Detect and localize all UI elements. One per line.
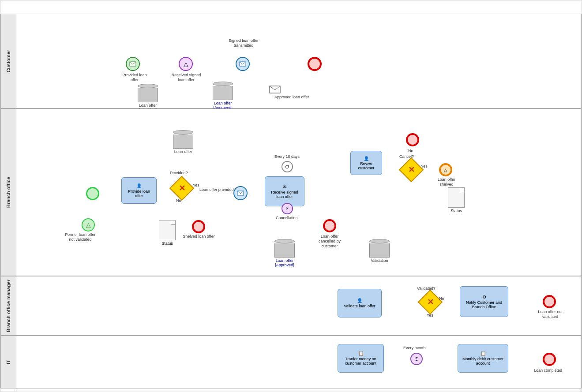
- loan-offer-approved-bank: Loan offer [Approved]: [274, 239, 300, 267]
- customer-end-event[interactable]: [308, 57, 322, 71]
- provided-loan-offer-event[interactable]: [126, 57, 140, 71]
- loan-offer-cancelled-event[interactable]: [323, 219, 336, 232]
- revive-customer-task[interactable]: 👤 Revive customer: [350, 151, 382, 175]
- provided-gateway[interactable]: ✕: [173, 179, 191, 197]
- validated-gateway[interactable]: ✕: [421, 293, 439, 311]
- branch-start-event[interactable]: [86, 187, 99, 200]
- provided-loan-offer-label: Provided loan offer: [121, 73, 148, 82]
- loan-offer-shelved-event[interactable]: △: [439, 163, 452, 176]
- cancel-end-event-no[interactable]: [406, 133, 419, 146]
- loan-offer-shelved-label: Loan offer shelved: [433, 177, 460, 187]
- shelved-loan-end[interactable]: [192, 220, 205, 233]
- lane-it-content: 📋 Tranfer money on customer account ⏱ Ev…: [16, 336, 581, 388]
- lane-it-label: IT: [1, 336, 16, 388]
- every-month-timer[interactable]: ⏱: [410, 353, 423, 365]
- status-doc-1: Status: [448, 187, 465, 213]
- approved-loan-offer-msg: [269, 86, 281, 95]
- signed-transmitted-event[interactable]: [236, 57, 250, 71]
- validated-q-label: Validated?: [417, 286, 436, 291]
- loan-offer-cylinder: Loan offer: [173, 130, 193, 154]
- no-label-1: No: [176, 198, 181, 203]
- former-loan-offer-event[interactable]: △: [82, 218, 95, 231]
- validation-cylinder: Validation: [369, 239, 390, 263]
- every-10-days-label: Every 10 days: [274, 154, 300, 159]
- no-label-3: No: [439, 296, 444, 301]
- status-doc-2: Status: [159, 220, 176, 246]
- lane-it: IT 📋 Tranfer money on customer account ⏱…: [0, 336, 582, 388]
- cancel-gateway[interactable]: ✕: [402, 161, 420, 179]
- loan-offer-approved-cust-cylinder: Loan offer [Approved]: [213, 82, 238, 110]
- validate-loan-offer-task[interactable]: 👤 Validate loan offer: [338, 289, 382, 317]
- diagram-container: Customer Provided loan offer △ Received …: [0, 0, 582, 392]
- yes-label-1: Yes: [193, 183, 199, 187]
- every-month-label: Every month: [403, 346, 426, 350]
- loan-offer-provided-msg-label: Loan offer provided: [199, 187, 233, 192]
- lane-branch-office-content: △ Former loan offer not validated Loan o…: [16, 109, 581, 276]
- lane-customer-label: Customer: [1, 14, 16, 108]
- loan-offer-cancelled-label: Loan offer cancelled by customer: [312, 234, 347, 248]
- loan-completed-end[interactable]: [543, 353, 556, 366]
- notify-customer-task[interactable]: ⚙ Notify Customer and Branch Office: [460, 286, 508, 317]
- shelved-loan-offer-label: Shelved loan offer: [182, 234, 215, 239]
- receive-signed-task[interactable]: ✉ Receive signed loan offer: [265, 176, 304, 206]
- former-loan-offer-label: Former loan offer not validated: [63, 232, 98, 242]
- yes-label-2: Yes: [421, 164, 428, 168]
- monthly-debit-task[interactable]: 📋 Monthly debit customer account: [458, 344, 508, 373]
- approved-loan-offer-label: Approved loan offer: [274, 95, 309, 99]
- lane-customer-content: Provided loan offer △ Received signed lo…: [16, 14, 581, 108]
- lane-branch-manager-content: 👤 Validate loan offer ✕ Validated? No Ye…: [16, 276, 581, 335]
- received-signed-label: Received signed loan offer: [171, 73, 202, 82]
- loan-completed-label: Loan completed: [534, 368, 562, 373]
- transfer-money-task[interactable]: 📋 Tranfer money on customer account: [338, 344, 384, 373]
- lane-customer: Customer Provided loan offer △ Received …: [0, 14, 582, 108]
- timer-10-days-event[interactable]: ⏱: [282, 161, 293, 172]
- cancellation-event[interactable]: ✕: [282, 203, 293, 214]
- lane-branch-manager-label: Branch office manager: [1, 276, 16, 335]
- lane-branch-office: Branch office △ Former loan offer not va…: [0, 108, 582, 276]
- loan-not-validated-end[interactable]: [543, 295, 556, 308]
- lane-branch-office-label: Branch office: [1, 109, 16, 276]
- loan-offer-provided-msg-event[interactable]: [233, 186, 248, 200]
- lane-branch-manager: Branch office manager 👤 Validate loan of…: [0, 276, 582, 336]
- signed-transmitted-label: Signed loan offer transmitted: [228, 38, 259, 48]
- received-signed-event[interactable]: △: [179, 57, 193, 71]
- yes-label-3: Yes: [427, 313, 433, 317]
- no-label-2: No: [408, 149, 413, 153]
- loan-offer-provided-cylinder: Loan offer [Provided]: [138, 84, 163, 112]
- provided-q-label: Provided?: [170, 171, 188, 175]
- cancellation-label: Cancellation: [276, 216, 298, 220]
- loan-offer-not-validated-label: Loan offer not validated: [535, 310, 566, 319]
- cancel-q-label: Cancel?: [399, 154, 414, 159]
- provide-loan-offer-task[interactable]: 👤 Provide loan offer: [121, 177, 157, 204]
